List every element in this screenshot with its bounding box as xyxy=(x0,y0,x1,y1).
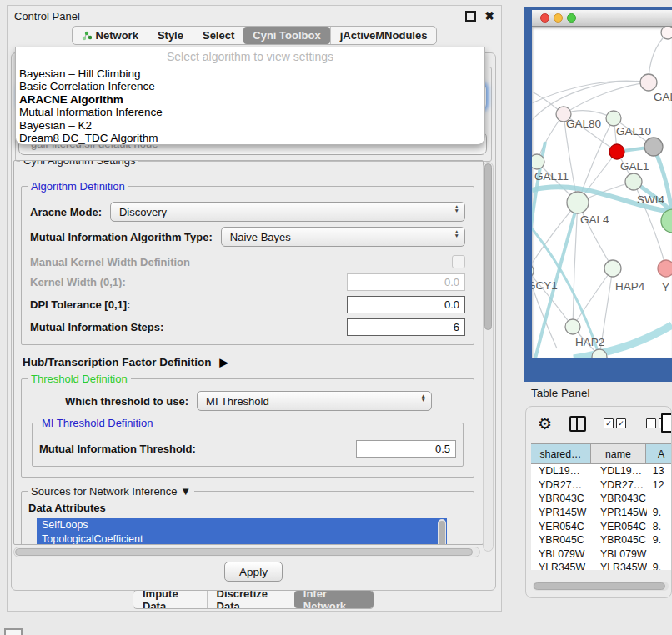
column-header-0[interactable]: shared… xyxy=(531,444,591,463)
table-row[interactable]: YBR043CYBR043C xyxy=(531,492,672,506)
aracne-mode-combobox[interactable]: Discovery ▲▼ xyxy=(110,202,465,222)
table-row[interactable]: YDL19…YDL19…13 xyxy=(531,464,672,478)
tab-cyni-toolbox[interactable]: Cyni Toolbox xyxy=(243,27,329,44)
node-table[interactable]: shared…nameA YDL19…YDL19…13YDR27…YDR27…1… xyxy=(531,443,672,570)
close-button[interactable]: ✖ xyxy=(484,12,494,20)
document-icon[interactable] xyxy=(661,413,672,432)
apply-button[interactable]: Apply xyxy=(224,562,283,582)
close-icon: ✖ xyxy=(484,12,494,20)
split-columns-icon[interactable] xyxy=(569,416,586,432)
dpi-tolerance-input[interactable]: 0.0 xyxy=(347,296,465,313)
bottom-tab-discretize-data[interactable]: Discretize Data xyxy=(207,591,294,608)
mi-steps-input[interactable]: 6 xyxy=(347,318,465,336)
data-attribute-item[interactable]: SelfLoops xyxy=(37,518,447,532)
network-icon xyxy=(82,31,92,41)
bottom-tab-impute-data[interactable]: Impute Data xyxy=(133,591,207,608)
table-cell: YLR345W xyxy=(591,561,647,570)
dpi-tolerance-label: DPI Tolerance [0,1]: xyxy=(30,298,130,311)
table-row[interactable]: YDR27…YDR27…12 xyxy=(531,478,672,492)
maximize-button[interactable] xyxy=(465,11,476,22)
attr-list-scrollbar-thumb[interactable] xyxy=(439,521,445,545)
algorithm-option[interactable]: Basic Correlation Inference xyxy=(16,80,484,92)
settings-vertical-scrollbar-thumb[interactable] xyxy=(484,163,492,330)
window-close-icon[interactable] xyxy=(540,13,549,22)
mi-threshold-input[interactable]: 0.5 xyxy=(356,440,456,458)
manual-kernel-label: Manual Kernel Width Definition xyxy=(30,256,190,268)
table-row[interactable]: YBR045CYBR045C9. xyxy=(531,533,672,548)
table-cell: YER054C xyxy=(531,519,591,533)
network-canvas[interactable]: GALGAL80GAL10GAL1GAL11SWI4GAL4GCY1HAP4YH… xyxy=(532,27,672,358)
tab-style[interactable]: Style xyxy=(148,27,193,44)
data-attribute-item[interactable]: TopologicalCoefficient xyxy=(37,532,447,546)
table-cell: YDR27… xyxy=(591,478,647,492)
bottom-tab-bar: Impute DataDiscretize DataInfer Network xyxy=(133,590,374,609)
tab-network[interactable]: Network xyxy=(73,27,148,44)
select-all-columns-icon[interactable]: ✓✓ xyxy=(604,418,629,428)
algorithm-option[interactable]: Bayesian – K2 xyxy=(16,119,484,132)
tab-jactivemnodules[interactable]: jActiveMNodules xyxy=(330,27,437,44)
mi-type-combobox[interactable]: Naive Bayes ▲▼ xyxy=(221,227,465,247)
collapse-down-icon[interactable]: ▼ xyxy=(180,485,191,498)
bottom-left-partial-icon[interactable] xyxy=(4,628,23,635)
algorithm-dropdown-popup: Select algorithm to view settings Bayesi… xyxy=(15,48,485,145)
which-threshold-combobox[interactable]: MI Threshold ▲▼ xyxy=(197,391,432,411)
network-edge[interactable] xyxy=(537,114,564,162)
table-horizontal-scrollbar[interactable] xyxy=(533,582,669,591)
algorithm-option[interactable]: Dream8 DC_TDC Algorithm xyxy=(16,132,484,144)
network-node-gal10[interactable] xyxy=(606,111,621,126)
column-header-2[interactable]: A xyxy=(646,444,672,463)
kernel-width-input[interactable]: 0.0 xyxy=(347,273,465,291)
settings-vertical-scrollbar[interactable] xyxy=(483,162,494,552)
tab-label: Select xyxy=(203,29,234,42)
settings-group-title: Cyni Algorithm Settings xyxy=(20,160,138,167)
node-label-gal4: GAL4 xyxy=(580,213,609,226)
network-node[interactable] xyxy=(661,27,672,39)
network-edge[interactable] xyxy=(532,82,649,120)
manual-kernel-checkbox[interactable] xyxy=(452,255,465,268)
node-label-gal10: GAL10 xyxy=(616,125,651,138)
table-cell: 9. xyxy=(647,506,672,520)
network-node-hap4[interactable] xyxy=(604,260,621,277)
network-node-gal4[interactable] xyxy=(567,192,589,213)
algorithm-option[interactable]: ARACNE Algorithm xyxy=(16,93,484,106)
table-row[interactable]: YLR345WYLR345W9. xyxy=(531,561,672,570)
table-cell: YBR045C xyxy=(531,533,591,548)
network-node-hap2[interactable] xyxy=(565,319,580,334)
algorithm-option[interactable]: Bayesian – Hill Climbing xyxy=(16,68,484,80)
table-cell: 12 xyxy=(647,478,672,492)
table-cell: YBL079W xyxy=(531,548,591,562)
table-row[interactable]: YBL079WYBL079W xyxy=(531,548,672,562)
network-node-gal11[interactable] xyxy=(532,154,544,169)
table-panel-title: Table Panel xyxy=(531,387,590,399)
maximize-icon xyxy=(465,11,476,22)
cyni-algorithm-settings-group: Cyni Algorithm Settings Algorithm Defini… xyxy=(13,160,484,545)
settings-horizontal-scrollbar-thumb[interactable] xyxy=(15,548,473,556)
table-row[interactable]: YPR145WYPR145W9. xyxy=(531,506,672,520)
network-node[interactable] xyxy=(644,138,663,156)
node-label-gal: GAL xyxy=(654,91,672,103)
gear-icon[interactable]: ⚙ xyxy=(538,416,552,432)
network-node-gcy1[interactable] xyxy=(532,263,534,278)
tab-select[interactable]: Select xyxy=(193,27,243,44)
network-node-gal1[interactable] xyxy=(609,144,624,159)
attr-list-scrollbar[interactable] xyxy=(438,519,446,545)
column-header-1[interactable]: name xyxy=(591,444,646,463)
window-zoom-icon[interactable] xyxy=(567,13,576,22)
table-row[interactable]: YER054CYER054C8. xyxy=(531,519,672,533)
network-node-swi4[interactable] xyxy=(625,173,642,190)
table-horizontal-scrollbar-thumb[interactable] xyxy=(534,582,665,590)
network-window-titlebar[interactable] xyxy=(532,10,672,27)
bottom-tab-infer-network[interactable]: Infer Network xyxy=(294,591,374,608)
popup-placeholder: Select algorithm to view settings xyxy=(16,48,484,68)
window-minimize-icon[interactable] xyxy=(554,13,563,22)
sources-group-title: Sources for Network Inference ▼ xyxy=(28,485,194,498)
algorithm-option[interactable]: Mutual Information Inference xyxy=(16,106,484,118)
popup-items: Bayesian – Hill ClimbingBasic Correlatio… xyxy=(16,68,484,144)
network-edge[interactable] xyxy=(573,268,613,327)
data-attributes-list[interactable]: SelfLoopsTopologicalCoefficientBetweenne… xyxy=(37,518,447,545)
network-node-y[interactable] xyxy=(658,260,672,277)
hub-definition-expander[interactable]: Hub/Transcription Factor Definition ▶ xyxy=(23,356,483,368)
settings-horizontal-scrollbar[interactable] xyxy=(13,547,480,558)
table-cell: YBR043C xyxy=(531,492,591,506)
network-node-gal[interactable] xyxy=(640,74,657,91)
